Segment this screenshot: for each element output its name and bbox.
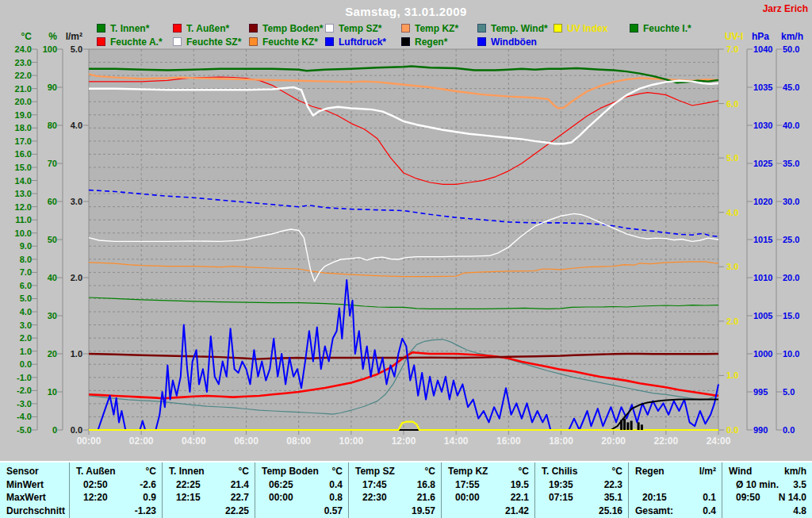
sensor-header: Temp Boden°C — [255, 465, 348, 478]
cell-value: °C — [519, 466, 529, 477]
cell-value: °C — [146, 466, 156, 477]
temp-tick-label: 19.0 — [15, 110, 32, 120]
wind-tick-label: 5.0 — [783, 387, 795, 397]
uv-index-swatch-icon — [553, 24, 562, 33]
humidity-tick-label: 80 — [48, 121, 57, 130]
humidity-tick-label: 70 — [48, 159, 57, 168]
pressure-tick-label: 1005 — [753, 311, 772, 320]
feuchte-a-swatch-icon — [97, 37, 105, 46]
sensor-header: Regenl/m² — [629, 465, 722, 478]
legend-item-uv-index: UV Index — [553, 21, 630, 35]
time-label: 16:00 — [496, 436, 521, 447]
feuchte-sz-swatch-icon — [173, 37, 182, 46]
temp-tick-label: 9.0 — [20, 241, 32, 251]
min-row: 06:250.4 — [255, 478, 348, 492]
min-row: Ø 10 min.3.5 — [722, 478, 812, 492]
min-row: 17:5519.5 — [442, 478, 534, 492]
cell-value: °C — [425, 466, 435, 477]
windboeen-swatch-icon — [477, 37, 486, 46]
humidity-tick-label: 100 — [43, 44, 57, 54]
legend-label: Feuchte SZ* — [186, 36, 241, 48]
legend-item-temp-wind: Temp. Wind* — [477, 21, 553, 35]
rain-tick-label: 1.0 — [71, 349, 82, 359]
temp-tick-label: 5.0 — [20, 294, 32, 303]
max-row: 00:0022.1 — [442, 491, 534, 505]
temp-tick-label: 15.0 — [15, 163, 32, 172]
uv-tick-label: 2.0 — [726, 317, 738, 326]
cell-value: 21.42 — [505, 505, 529, 516]
avg-row: 21.42 — [442, 505, 534, 518]
feuchte-kz-swatch-icon — [249, 37, 258, 46]
time-label: 00:00 — [77, 436, 102, 447]
avg-row: 4.8 — [722, 505, 812, 518]
min-row: 22:2521.4 — [163, 478, 255, 492]
pressure-tick-label: 995 — [753, 387, 768, 397]
pressure-tick-label: 1010 — [753, 273, 772, 282]
temp-sz-swatch-icon — [325, 24, 334, 33]
rain-bar — [626, 422, 629, 430]
pressure-tick-label: 1020 — [753, 197, 772, 206]
cell-time: 00:00 — [448, 492, 480, 503]
legend-item-t-innen: T. Innen* — [97, 21, 173, 35]
legend-item-t-aussen: T. Außen* — [173, 21, 249, 35]
stats-column-Temp SZ: Temp SZ°C17:4516.822:3021.619.57 — [349, 462, 442, 518]
temp-tick-label: 13.0 — [15, 189, 32, 198]
legend-label: T. Innen* — [110, 23, 149, 34]
max-row: 12:200.9 — [70, 491, 162, 505]
temp-tick-label: 20.0 — [15, 97, 32, 106]
rain-bar — [638, 422, 640, 430]
cell-value: N 14.0 — [779, 492, 806, 503]
temp-tick-label: 17.0 — [15, 136, 32, 146]
cell-time: 19:35 — [542, 479, 573, 490]
min-row: 19:3522.3 — [535, 478, 628, 492]
stats-column-T. Innen: T. Innen°C22:2521.412:1522.722.25 — [163, 462, 255, 518]
time-label: 06:00 — [234, 436, 259, 447]
cell-value: 22.3 — [604, 479, 622, 490]
temp-wind-swatch-icon — [477, 24, 486, 33]
temp-boden-swatch-icon — [249, 24, 258, 33]
temp-tick-label: 23.0 — [15, 58, 32, 67]
pressure-axis-title: hPa — [752, 31, 769, 42]
temp-tick-label: 1.0 — [20, 347, 32, 356]
t-innen-swatch-icon — [97, 24, 105, 33]
sensor-header: Windkm/h — [722, 465, 812, 478]
pressure-tick-label: 1025 — [753, 159, 772, 168]
wind-tick-label: 25.0 — [783, 235, 799, 244]
uv-axis-title: UV-I — [725, 31, 743, 42]
cell-time: 17:55 — [448, 479, 480, 490]
feuchte-i-swatch-icon — [630, 24, 638, 33]
cell-time: Ø 10 min. — [729, 479, 779, 490]
temp-kz-swatch-icon — [401, 24, 410, 33]
legend-label: Regen* — [415, 36, 447, 48]
time-label: 22:00 — [653, 436, 678, 447]
stats-table: SensorMinWertMaxWertDurchschnittT. Außen… — [0, 461, 812, 518]
cell-value: km/h — [784, 466, 806, 477]
cell-value: -2.6 — [140, 479, 156, 490]
temp-tick-label: 12.0 — [15, 202, 32, 212]
cell-time: Gesamt: — [635, 505, 673, 516]
cell-value: °C — [239, 466, 249, 477]
uv-tick-label: 3.0 — [726, 262, 738, 271]
cell-time: Wind — [729, 466, 752, 477]
sensor-header: T. Innen°C — [163, 465, 255, 478]
temp-tick-label: 8.0 — [20, 255, 32, 264]
legend-item-feuchte-i: Feuchte I.* — [630, 21, 706, 35]
wind-tick-label: 15.0 — [783, 311, 799, 320]
cell-value: 19.5 — [511, 479, 529, 490]
stats-column-Temp Boden: Temp Boden°C06:250.400:000.80.57 — [255, 462, 349, 518]
humidity-tick-label: 0 — [52, 425, 57, 435]
cell-time: T. Außen — [76, 466, 116, 477]
temp-tick-label: 7.0 — [20, 267, 32, 277]
time-label: 08:00 — [286, 436, 311, 447]
cell-time: 02:50 — [76, 479, 108, 490]
uv-tick-label: 6.0 — [726, 99, 738, 109]
rain-tick-label: 3.0 — [71, 197, 82, 206]
legend-item-feuchte-kz: Feuchte KZ* — [249, 35, 325, 48]
pressure-tick-label: 1015 — [753, 235, 772, 244]
wind-tick-label: 35.0 — [783, 159, 799, 168]
temp-tick-label: 0.0 — [20, 359, 32, 369]
cell-time: 22:25 — [169, 479, 201, 490]
sensor-header: T. Außen°C — [70, 465, 162, 478]
rain-bar — [630, 420, 633, 430]
temp-tick-label: 21.0 — [15, 84, 32, 94]
